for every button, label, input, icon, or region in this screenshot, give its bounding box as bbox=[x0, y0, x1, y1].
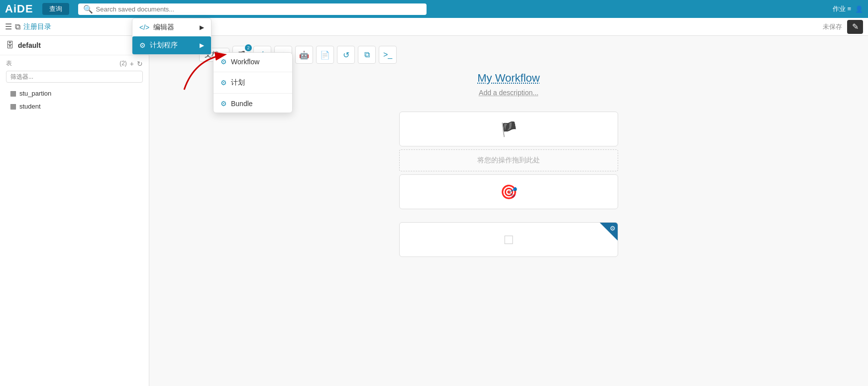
menu-icon[interactable]: ☰ bbox=[5, 22, 12, 31]
sub-bar-left: ☰ ⧉ 注册目录 bbox=[5, 22, 51, 31]
sidebar-section-actions: (2) + ↻ bbox=[119, 60, 143, 68]
target-icon: 🎯 bbox=[500, 184, 518, 200]
badge-icon: 🏴 bbox=[237, 51, 246, 59]
refresh-icon-toolbar: ↺ bbox=[343, 50, 349, 60]
db-name: default bbox=[18, 41, 41, 49]
search-input[interactable] bbox=[96, 5, 422, 13]
refresh-icon[interactable]: ↻ bbox=[137, 60, 143, 68]
table-icon: ▦ bbox=[10, 89, 16, 97]
workflow-drop-zone[interactable]: 将您的操作拖到此处 bbox=[399, 149, 618, 171]
flag-icon: 🏴 bbox=[500, 121, 518, 137]
workflow-title[interactable]: My Workflow bbox=[477, 72, 540, 85]
copy-icon-toolbar: ⧉ bbox=[364, 50, 370, 59]
table-label: 表 bbox=[6, 59, 12, 68]
top-bar-right: 作业 ≡ 👤 bbox=[833, 4, 863, 13]
sidebar: 🗄 default 表 (2) + ↻ ▦ stu_partion ▦ stud… bbox=[0, 36, 149, 386]
db-icon: 🗄 bbox=[6, 41, 14, 50]
search-icon: 🔍 bbox=[83, 4, 93, 14]
robot-icon: 🤖 bbox=[299, 50, 309, 60]
user-icon: 👤 bbox=[855, 5, 863, 13]
toolbar-btn-copy[interactable]: ⧉ bbox=[358, 46, 376, 64]
search-box: 🔍 bbox=[78, 3, 427, 15]
badge-count: 2 bbox=[245, 44, 252, 51]
unsaved-label: 未保存 bbox=[823, 22, 842, 31]
workflow-extra-block: □ ⚙ bbox=[399, 222, 618, 257]
workflow-description[interactable]: Add a description... bbox=[479, 89, 539, 97]
table-name-stu-partion: stu_partion bbox=[19, 90, 51, 97]
block-inner-icon: □ bbox=[505, 232, 513, 248]
toolbar-btn-flag[interactable]: 🏴 2 bbox=[232, 46, 250, 64]
terminal-icon: >_ bbox=[383, 50, 392, 59]
star-icon: ✦ bbox=[280, 50, 287, 60]
file-icon: 📄 bbox=[320, 50, 330, 60]
toolbar-btn-terminal[interactable]: >_ bbox=[379, 46, 397, 64]
toolbar-btn-robot[interactable]: 🤖 bbox=[295, 46, 313, 64]
breadcrumb-title: 注册目录 bbox=[23, 22, 51, 31]
copy-icon[interactable]: ⧉ bbox=[15, 22, 20, 31]
workflow-area: My Workflow Add a description... 🏴 将您的操作… bbox=[399, 72, 618, 257]
workflow-start-block: 🏴 bbox=[399, 112, 618, 146]
workflow-end-block: 🎯 bbox=[399, 174, 618, 209]
toolbar-btn-star[interactable]: ✦ bbox=[274, 46, 292, 64]
filter-input[interactable] bbox=[6, 71, 143, 83]
corner-gear-icon: ⚙ bbox=[610, 225, 616, 232]
drop-zone-text: 将您的操作拖到此处 bbox=[477, 156, 540, 165]
top-bar: AiDE 查询 🔍 作业 ≡ 👤 bbox=[0, 0, 868, 18]
main-content: 文档 ▾ 🏴 2 </> ✦ 🤖 📄 ↺ ⧉ bbox=[149, 36, 868, 386]
doc-button[interactable]: 文档 ▾ bbox=[199, 48, 229, 62]
sub-bar-right: 未保存 ✎ bbox=[823, 20, 863, 34]
table-count: (2) bbox=[119, 60, 127, 68]
table-name-student: student bbox=[19, 103, 41, 110]
toolbar-btn-file[interactable]: 📄 bbox=[316, 46, 334, 64]
sidebar-header: 🗄 default bbox=[0, 36, 149, 55]
toolbar-btn-refresh[interactable]: ↺ bbox=[337, 46, 355, 64]
homework-label: 作业 ≡ bbox=[833, 4, 851, 13]
code-icon: </> bbox=[256, 50, 268, 59]
sidebar-section: 表 (2) + ↻ ▦ stu_partion ▦ student bbox=[0, 55, 149, 117]
add-table-icon[interactable]: + bbox=[130, 60, 134, 68]
logo: AiDE bbox=[5, 2, 33, 15]
workflow-toolbar: 文档 ▾ 🏴 2 </> ✦ 🤖 📄 ↺ ⧉ bbox=[199, 46, 397, 64]
sidebar-item-stu-partion[interactable]: ▦ stu_partion bbox=[6, 87, 143, 100]
toolbar-btn-code[interactable]: </> bbox=[253, 46, 271, 64]
sub-bar: ☰ ⧉ 注册目录 未保存 ✎ bbox=[0, 18, 868, 36]
sidebar-item-student[interactable]: ▦ student bbox=[6, 100, 143, 113]
query-button[interactable]: 查询 bbox=[42, 3, 69, 15]
edit-button[interactable]: ✎ bbox=[847, 20, 863, 34]
doc-arrow-icon: ▾ bbox=[220, 51, 224, 59]
table-icon-student: ▦ bbox=[10, 102, 16, 110]
main-layout: 🗄 default 表 (2) + ↻ ▦ stu_partion ▦ stud… bbox=[0, 36, 868, 386]
sidebar-section-header: 表 (2) + ↻ bbox=[6, 59, 143, 68]
doc-label: 文档 bbox=[205, 50, 218, 59]
